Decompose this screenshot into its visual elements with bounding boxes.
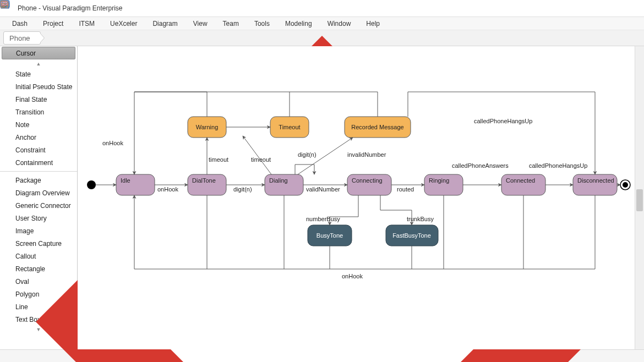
titlebar: Phone - Visual Paradigm Enterprise (0, 0, 644, 17)
svg-text:onHook: onHook (342, 273, 363, 279)
svg-text:timeout: timeout (251, 156, 271, 163)
svg-text:onHook: onHook (157, 186, 178, 193)
svg-text:calledPhoneHangsUp: calledPhoneHangsUp (474, 118, 532, 124)
breadcrumb[interactable]: Phone (3, 31, 41, 45)
vertical-scrollbar[interactable] (635, 46, 644, 349)
svg-text:routed: routed (397, 186, 414, 193)
svg-text:digit(n): digit(n) (233, 186, 252, 193)
svg-text:digit(n): digit(n) (298, 151, 316, 158)
svg-text:DialTone: DialTone (192, 177, 216, 184)
svg-text:Disconnected: Disconnected (577, 177, 614, 184)
svg-text:Recorded Message: Recorded Message (351, 124, 403, 130)
svg-text:BusyTone: BusyTone (316, 232, 343, 239)
svg-text:Connecting: Connecting (352, 177, 383, 184)
svg-text:Timeout: Timeout (279, 124, 300, 130)
svg-point-47 (623, 182, 628, 188)
scrollbar-thumb[interactable] (636, 189, 643, 211)
svg-text:FastBusyTone: FastBusyTone (392, 232, 431, 239)
initial-pseudo-node[interactable] (87, 180, 96, 189)
svg-text:onHook: onHook (102, 140, 123, 146)
svg-text:Dialing: Dialing (269, 177, 288, 184)
svg-text:Warning: Warning (196, 124, 219, 130)
svg-text:timeout: timeout (209, 156, 228, 163)
svg-line-78 (243, 136, 271, 174)
svg-text:invalidNumber: invalidNumber (347, 151, 386, 158)
svg-text:Connected: Connected (506, 177, 535, 184)
svg-text:calledPhoneHangsUp: calledPhoneHangsUp (529, 162, 587, 169)
svg-text:numberBusy: numberBusy (306, 216, 340, 222)
diagram-canvas[interactable]: Idle DialTone Dialing Connecting Ringing… (78, 46, 644, 349)
svg-text:Idle: Idle (121, 177, 130, 184)
svg-text:validNumber: validNumber (306, 186, 340, 193)
svg-text:calledPhoneAnswers: calledPhoneAnswers (452, 162, 509, 169)
svg-text:trunkBusy: trunkBusy (407, 216, 434, 222)
svg-text:Ringing: Ringing (429, 177, 449, 184)
